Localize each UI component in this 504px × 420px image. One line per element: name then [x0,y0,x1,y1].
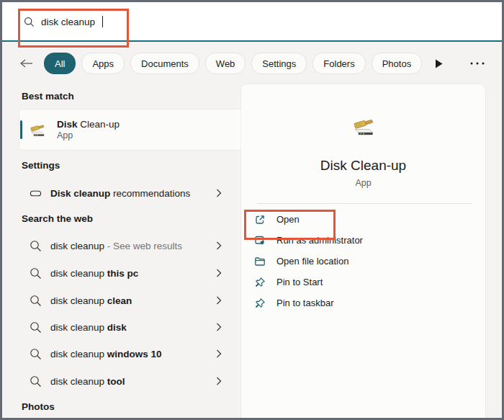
chevron-right-icon [215,377,222,385]
best-match-title-bold: Disk [57,119,78,130]
preview-app-title: Disk Clean-up [241,158,485,174]
chevron-right-icon [215,189,222,197]
chevron-right-icon [215,241,222,250]
chevron-right-icon [215,349,222,358]
web-suggestion-tool[interactable]: disk cleanup tool [19,367,227,395]
suggestion-prefix: disk cleanup [50,241,104,251]
options-button[interactable] [470,62,485,65]
pin-to-taskbar-label: Pin to taskbar [276,298,334,308]
run-as-administrator-label: Run as administrator [276,235,363,246]
pin-to-start-button[interactable]: Pin to Start [241,272,485,292]
open-file-location-label: Open file location [276,256,348,267]
suggestion-suffix: tool [107,376,125,387]
settings-item-rest: recommendations [110,188,190,199]
admin-shield-icon [254,235,266,246]
web-suggestion-this-pc[interactable]: disk cleanup this pc [19,259,227,287]
pin-icon [254,298,266,309]
search-icon [30,348,42,360]
open-button-label: Open [276,214,300,225]
tab-web[interactable]: Web [205,53,246,74]
tab-photos[interactable]: Photos [372,53,422,74]
chevron-right-icon [215,323,222,331]
suggestion-suffix: disk [107,322,127,333]
tab-folders[interactable]: Folders [312,53,365,74]
run-as-administrator-button[interactable]: Run as administrator [241,230,485,251]
external-link-icon [254,214,266,225]
pin-icon [254,277,266,288]
action-list: Open Run as administrator Open file loca… [241,209,485,313]
open-file-location-button[interactable]: Open file location [241,251,485,272]
back-button[interactable] [18,55,35,72]
search-icon [30,295,42,307]
search-the-web-header: Search the web [22,213,93,224]
search-icon [30,267,42,280]
selection-accent-bar [20,120,22,139]
settings-header: Settings [22,160,60,171]
suggestion-prefix: disk cleanup [50,295,107,306]
best-match-item[interactable]: Disk Clean-up App [19,110,248,150]
tab-apps[interactable]: Apps [81,53,125,74]
suggestion-suffix: clean [107,295,132,306]
settings-result-disk-cleanup-recommendations[interactable]: Disk cleanup recommendations [19,179,227,207]
suggestion-suffix: this pc [107,268,139,279]
suggestion-prefix: disk cleanup [50,322,107,333]
text-caret [102,16,103,27]
suggestion-suffix: - See web results [104,241,182,251]
folder-icon [254,256,266,267]
tab-documents[interactable]: Documents [130,53,199,74]
chevron-right-icon [215,296,222,305]
suggestion-prefix: disk cleanup [50,268,107,279]
search-band: disk cleanup [2,2,502,42]
search-icon [30,375,42,388]
drive-icon [30,187,42,200]
search-query-text: disk cleanup [41,17,95,27]
best-match-title-rest: Clean-up [78,119,120,130]
best-match-header: Best match [22,91,74,102]
search-icon [30,321,42,334]
pin-to-taskbar-button[interactable]: Pin to taskbar [241,292,485,313]
web-suggestion-see-web-results[interactable]: disk cleanup - See web results [19,232,227,259]
back-arrow-icon [20,59,33,68]
windows-search-window: { "search": { "value": "disk cleanup" },… [0,0,504,420]
tab-all[interactable]: All [44,53,76,74]
settings-item-bold: Disk cleanup [50,188,110,199]
preview-app-subtitle: App [241,178,485,188]
ellipsis-icon [470,62,485,65]
play-icon [435,59,443,68]
pin-to-start-label: Pin to Start [276,277,323,287]
more-tabs-button[interactable] [435,59,443,68]
best-match-subtitle: App [57,130,120,141]
disk-cleanup-app-icon [351,113,377,139]
search-icon [30,240,42,252]
filter-bar: All Apps Documents Web Settings Folders … [2,53,502,74]
tab-settings[interactable]: Settings [251,53,307,74]
chevron-right-icon [215,269,222,277]
web-suggestion-windows-10[interactable]: disk cleanup windows 10 [19,340,227,367]
suggestion-prefix: disk cleanup [50,376,107,387]
search-input[interactable]: disk cleanup [24,11,103,32]
best-match-text: Disk Clean-up App [57,118,120,141]
divider [257,203,472,204]
disk-cleanup-app-icon [28,120,47,139]
web-suggestion-disk[interactable]: disk cleanup disk [19,313,227,341]
result-preview-panel: Disk Clean-up App Open Run as administra… [241,84,485,418]
suggestion-suffix: windows 10 [107,349,162,359]
search-icon [24,17,35,27]
suggestion-prefix: disk cleanup [50,349,107,359]
photos-header: Photos [22,401,55,412]
web-suggestion-clean[interactable]: disk cleanup clean [19,287,227,314]
open-button[interactable]: Open [241,209,485,230]
